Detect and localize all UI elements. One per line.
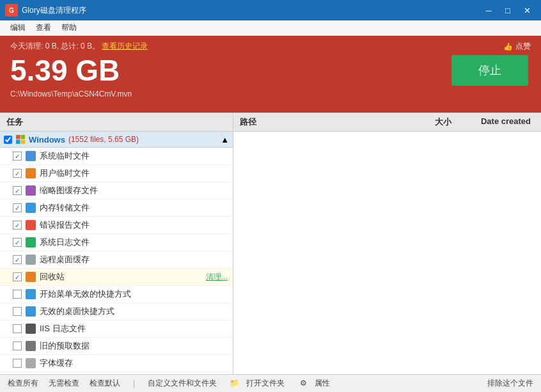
task-checkbox[interactable] xyxy=(13,238,22,247)
task-checkbox[interactable] xyxy=(13,203,22,212)
task-name: 无效的桌面快捷方式 xyxy=(40,306,228,317)
bottom-toolbar: 检查所有 无需检查 检查默认 | 自定义文件和文件夹 📁 打开文件夹 ⚙ 属性 … xyxy=(0,374,541,392)
task-name: 系统临时文件 xyxy=(40,150,228,162)
task-icon xyxy=(26,306,36,317)
today-clean-label: 今天清理: 0 B, 总计: 0 B。 查看历史记录 xyxy=(10,41,148,52)
task-name: 内存转储文件 xyxy=(40,202,228,214)
task-item[interactable]: IIS 日志文件 xyxy=(0,320,233,338)
svg-rect-2 xyxy=(16,140,20,145)
task-checkbox[interactable] xyxy=(13,359,22,368)
task-item[interactable]: 无效的桌面快捷方式 xyxy=(0,303,233,320)
properties-btn[interactable]: ⚙ 属性 xyxy=(295,377,334,390)
task-icon xyxy=(26,358,36,368)
task-item[interactable]: 用户临时文件 xyxy=(0,165,233,182)
separator1: | xyxy=(130,378,137,389)
svg-rect-1 xyxy=(21,135,26,139)
task-checkbox[interactable] xyxy=(13,152,22,161)
group-name: Windows xyxy=(29,135,65,145)
no-check-btn[interactable]: 无需检查 xyxy=(46,377,82,390)
open-folder-btn[interactable]: 📁 打开文件夹 xyxy=(224,377,290,390)
task-item[interactable]: 开始菜单无效的快捷方式 xyxy=(0,286,233,303)
task-checkbox[interactable] xyxy=(13,307,22,316)
app-icon: G xyxy=(5,4,18,17)
task-checkbox[interactable] xyxy=(13,255,22,264)
group-checkbox[interactable] xyxy=(4,136,12,144)
menu-help[interactable]: 帮助 xyxy=(56,21,82,35)
title-text: Glory磁盘清理程序 xyxy=(22,5,480,16)
task-icon xyxy=(26,255,36,265)
task-name: 远程桌面缓存 xyxy=(40,254,228,265)
svg-rect-0 xyxy=(16,135,20,139)
current-file-path: C:\Windows\Temp\aCSN4CmV.mvn xyxy=(10,90,531,98)
task-item[interactable]: 远程桌面缓存 xyxy=(0,251,233,269)
task-header: 任务 xyxy=(0,113,233,132)
task-checkbox[interactable] xyxy=(13,272,22,281)
title-bar: G Glory磁盘清理程序 ─ □ ✕ xyxy=(0,0,541,20)
task-item[interactable]: 内存转储文件 xyxy=(0,200,233,217)
task-name: 系统日志文件 xyxy=(40,237,228,248)
task-name: 旧的预取数据 xyxy=(40,340,228,352)
task-name: 缩略图缓存文件 xyxy=(40,185,228,196)
recycle-icon xyxy=(26,272,36,282)
svg-rect-3 xyxy=(21,140,26,145)
task-item[interactable]: 错误报告文件 xyxy=(0,217,233,234)
panes: 任务 Windows (1552 files, 5.65 GB) xyxy=(0,113,541,374)
task-name: 错误报告文件 xyxy=(40,219,228,231)
task-checkbox[interactable] xyxy=(13,221,22,230)
properties-icon: ⚙ xyxy=(297,377,310,389)
task-list[interactable]: Windows (1552 files, 5.65 GB) ▲ 系统临时文件 用… xyxy=(0,132,233,374)
task-name: 开始菜单无效的快捷方式 xyxy=(40,288,228,300)
task-item[interactable]: 缩略图缓存文件 xyxy=(0,182,233,200)
file-header: 路径 大小 Date created xyxy=(233,113,541,132)
task-checkbox[interactable] xyxy=(13,324,22,333)
task-checkbox[interactable] xyxy=(13,169,22,178)
col-date-header[interactable]: Date created xyxy=(458,116,535,128)
col-size-header: 大小 xyxy=(407,116,458,128)
task-name: 回收站 xyxy=(40,271,202,283)
clean-link[interactable]: 清理... xyxy=(206,272,228,283)
minimize-button[interactable]: ─ xyxy=(480,3,498,17)
task-item[interactable]: 字体缓存 xyxy=(0,355,233,372)
task-item[interactable]: 系统临时文件 xyxy=(0,148,233,165)
task-pane: 任务 Windows (1552 files, 5.65 GB) xyxy=(0,113,233,374)
close-button[interactable]: ✕ xyxy=(518,3,536,17)
stop-button[interactable]: 停止 xyxy=(451,55,528,86)
task-icon xyxy=(26,289,36,299)
main-content: 任务 Windows (1552 files, 5.65 GB) xyxy=(0,113,541,392)
task-item[interactable]: 系统日志文件 xyxy=(0,234,233,251)
task-checkbox[interactable] xyxy=(13,186,22,195)
task-group-windows[interactable]: Windows (1552 files, 5.65 GB) ▲ xyxy=(0,132,233,148)
maximize-button[interactable]: □ xyxy=(499,3,517,17)
task-icon xyxy=(26,203,36,213)
menu-edit[interactable]: 编辑 xyxy=(5,21,31,35)
history-link[interactable]: 查看历史记录 xyxy=(102,42,148,51)
task-icon xyxy=(26,237,36,247)
windows-icon xyxy=(15,134,26,145)
exclude-file-btn[interactable]: 排除这个文件 xyxy=(485,377,536,390)
default-check-btn[interactable]: 检查默认 xyxy=(87,377,123,390)
thumbs-up-label: 点赞 xyxy=(515,41,531,52)
custom-files-btn[interactable]: 自定义文件和文件夹 xyxy=(145,377,219,390)
folder-icon: 📁 xyxy=(227,377,242,389)
task-icon xyxy=(26,151,36,161)
group-info: (1552 files, 5.65 GB) xyxy=(68,135,139,144)
task-name: 字体缓存 xyxy=(40,357,228,369)
task-icon xyxy=(26,341,36,351)
window-controls: ─ □ ✕ xyxy=(480,3,536,17)
task-icon xyxy=(26,324,36,334)
thumbs-up-area[interactable]: 👍 点赞 xyxy=(503,41,531,52)
check-all-btn[interactable]: 检查所有 xyxy=(5,377,41,390)
task-icon xyxy=(26,168,36,178)
task-checkbox[interactable] xyxy=(13,341,22,350)
file-pane: 路径 大小 Date created xyxy=(233,113,541,374)
task-item[interactable]: 旧的预取数据 xyxy=(0,338,233,355)
task-icon xyxy=(26,185,36,196)
task-icon xyxy=(26,220,36,230)
menu-bar: 编辑 查看 帮助 xyxy=(0,20,541,36)
task-checkbox[interactable] xyxy=(13,290,22,299)
task-item-recycle[interactable]: 回收站 清理... xyxy=(0,269,233,286)
col-path-header: 路径 xyxy=(240,116,407,128)
info-bar: 今天清理: 0 B, 总计: 0 B。 查看历史记录 👍 点赞 5.39 GB … xyxy=(0,36,541,113)
thumbs-up-icon: 👍 xyxy=(503,42,513,51)
menu-view[interactable]: 查看 xyxy=(31,21,56,35)
